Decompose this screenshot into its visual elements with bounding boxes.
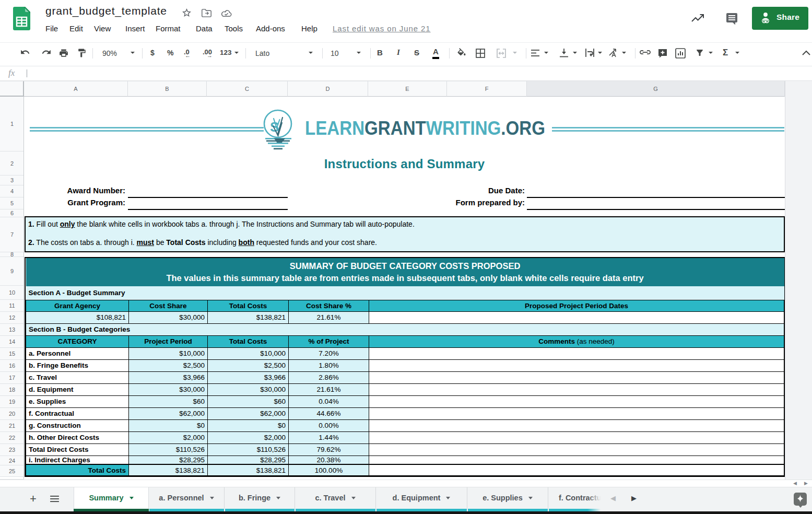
svg-text:LEARNGRANTWRITING.ORG: LEARNGRANTWRITING.ORG bbox=[305, 118, 545, 139]
